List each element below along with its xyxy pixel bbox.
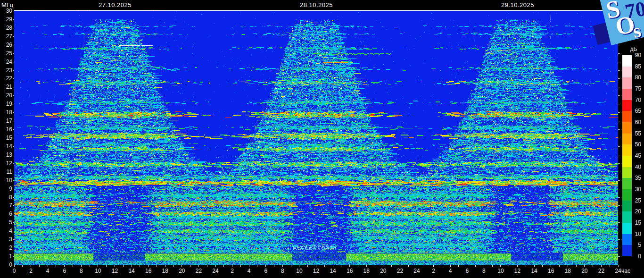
y-axis-label-18: 18 <box>0 109 12 116</box>
x-tick <box>383 265 383 267</box>
x-axis-label-2: 2 <box>25 268 37 274</box>
y-tick-right <box>618 197 620 198</box>
x-tick <box>190 265 190 267</box>
x-axis-label-4: 4 <box>41 268 54 274</box>
colorbar-label-75: 75 <box>633 85 641 92</box>
x-tick <box>576 265 577 267</box>
x-tick <box>215 265 216 267</box>
x-axis-label-32: 8 <box>276 268 289 274</box>
x-tick <box>458 265 459 267</box>
colorbar-segment-50-45 <box>622 144 632 156</box>
x-axis-label-50: 2 <box>428 268 440 274</box>
x-tick <box>492 265 493 267</box>
colorbar-label-0: 0 <box>633 253 641 260</box>
x-tick <box>39 265 40 267</box>
x-axis-label-58: 10 <box>495 268 507 274</box>
colorbar-segment-55-50 <box>622 134 632 145</box>
x-axis-label-48: 24 <box>411 268 423 274</box>
x-tick <box>551 265 551 267</box>
x-tick <box>48 265 48 267</box>
x-tick <box>484 265 484 267</box>
x-tick <box>559 265 560 267</box>
y-tick-right <box>618 239 620 240</box>
x-tick <box>207 265 207 267</box>
plot-top-border <box>14 10 618 11</box>
colorbar-label-40: 40 <box>633 164 641 170</box>
x-tick <box>148 265 149 267</box>
y-axis-label-3: 3 <box>0 236 12 243</box>
y-tick-right <box>618 53 620 54</box>
colorbar-segment-40-35 <box>622 167 632 178</box>
y-axis-label-28: 28 <box>0 25 12 31</box>
colorbar-segment-70-65 <box>622 100 632 111</box>
y-axis-label-16: 16 <box>0 126 12 133</box>
x-axis-label-66: 18 <box>561 268 574 274</box>
x-tick <box>542 265 543 267</box>
y-tick-right <box>618 222 620 223</box>
y-tick-right <box>618 172 620 172</box>
x-tick <box>282 265 283 267</box>
x-tick <box>500 265 501 267</box>
x-tick <box>400 265 400 267</box>
x-axis-label-42: 18 <box>360 268 372 274</box>
x-tick <box>106 265 107 267</box>
colorbar-segment-45-40 <box>622 156 632 167</box>
x-axis-label-46: 22 <box>394 268 406 274</box>
colorbar-segment-35-30 <box>622 178 632 189</box>
y-axis-label-23: 23 <box>0 67 12 74</box>
colorbar-segment-85-80 <box>622 67 632 78</box>
x-tick <box>610 265 610 267</box>
x-tick <box>568 265 568 267</box>
x-tick <box>433 265 434 267</box>
x-tick <box>618 265 619 267</box>
colorbar-label-60: 60 <box>633 119 641 126</box>
x-tick <box>408 265 409 267</box>
y-tick-right <box>618 155 620 155</box>
colorbar-segment-80-75 <box>622 77 632 89</box>
y-tick-right <box>618 70 620 71</box>
y-axis-label-11: 11 <box>0 168 12 175</box>
x-tick <box>450 265 451 267</box>
x-axis-label-60: 12 <box>512 268 524 274</box>
x-axis-label-64: 16 <box>545 268 557 274</box>
x-axis-label-52: 4 <box>444 268 456 274</box>
y-axis-label-25: 25 <box>0 50 12 57</box>
x-axis-label-70: 22 <box>595 268 607 274</box>
y-tick-right <box>618 248 620 248</box>
colorbar-label-50: 50 <box>633 141 641 148</box>
y-axis-label-6: 6 <box>0 211 12 217</box>
x-tick <box>140 265 140 267</box>
y-tick-right <box>618 163 620 164</box>
x-tick <box>115 265 115 267</box>
x-tick <box>534 265 535 267</box>
x-axis-label-12: 12 <box>109 268 121 274</box>
x-tick <box>584 265 585 267</box>
x-axis-label-40: 16 <box>344 268 356 274</box>
x-axis-label-44: 20 <box>377 268 389 274</box>
y-axis-label-20: 20 <box>0 92 12 99</box>
y-axis-label-30: 30 <box>0 8 12 14</box>
x-tick <box>291 265 291 267</box>
y-axis-label-13: 13 <box>0 152 12 158</box>
x-axis-label-54: 6 <box>461 268 473 274</box>
y-tick-right <box>618 189 620 189</box>
x-tick <box>232 265 232 267</box>
colorbar-label-35: 35 <box>633 175 641 181</box>
x-axis-label-36: 12 <box>310 268 322 274</box>
x-tick <box>324 265 325 267</box>
x-tick <box>274 265 274 267</box>
x-tick <box>132 265 132 267</box>
y-tick-right <box>618 256 620 257</box>
colorbar-label-55: 55 <box>633 130 641 137</box>
date-label-day3: 29.10.2025 <box>501 1 534 8</box>
colorbar-label-15: 15 <box>633 219 641 226</box>
y-axis-label-17: 17 <box>0 118 12 124</box>
y-tick-right <box>618 112 620 113</box>
colorbar-label-45: 45 <box>633 152 641 159</box>
x-tick <box>601 265 602 267</box>
x-axis-label-28: 4 <box>243 268 255 274</box>
y-axis-label-26: 26 <box>0 42 12 48</box>
x-tick <box>509 265 509 267</box>
x-tick <box>517 265 518 267</box>
x-tick <box>31 265 31 267</box>
